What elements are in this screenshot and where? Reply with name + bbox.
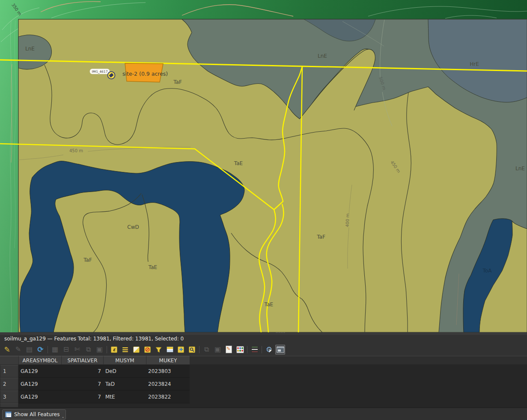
row-filler bbox=[190, 365, 527, 378]
row-number[interactable]: 3 bbox=[0, 390, 18, 403]
toolbar-dock-attribute-table-icon[interactable] bbox=[275, 345, 285, 355]
map-unit-label: ToA bbox=[482, 268, 492, 274]
toolbar-zoom-to-selection-icon[interactable] bbox=[187, 345, 197, 355]
cell-mukey[interactable]: 2023803 bbox=[146, 365, 190, 378]
site-label: site-2 (0.9 acres) bbox=[122, 71, 168, 77]
row-number[interactable]: 2 bbox=[0, 378, 18, 390]
attribute-table-panel: soilmu_a_ga129 — Features Total: 13981, … bbox=[0, 335, 527, 420]
row-number[interactable] bbox=[0, 403, 18, 407]
toolbar-invert-selection-icon[interactable] bbox=[131, 345, 141, 355]
row-number[interactable]: 1 bbox=[0, 365, 18, 378]
cell-musym[interactable]: MtE bbox=[103, 390, 146, 403]
cell-spatialver[interactable]: 7 bbox=[61, 378, 103, 390]
splitter-handle-icon: ······ bbox=[276, 331, 286, 335]
toolbar-conditional-formatting-icon[interactable] bbox=[235, 345, 245, 355]
column-header-areasymbol[interactable]: AREASYMBOL bbox=[18, 356, 61, 365]
toolbar-select-by-expression-icon[interactable]: ε bbox=[109, 345, 119, 355]
show-all-features-label: Show All Features bbox=[14, 411, 60, 417]
cell-mukey[interactable]: 2023822 bbox=[146, 390, 190, 403]
map-unit-label: CwD bbox=[127, 224, 139, 230]
toolbar-organize-columns-icon[interactable] bbox=[250, 345, 259, 355]
toolbar-field-calculator-icon[interactable]: ✎ bbox=[224, 345, 234, 355]
table-header: AREASYMBOLSPATIALVERMUSYMMUKEY bbox=[0, 356, 527, 365]
toolbar-toggle-editing-icon[interactable]: ✎ bbox=[2, 345, 12, 355]
toolbar-separator bbox=[107, 346, 107, 353]
show-all-features-button[interactable]: Show All Features ⌄ bbox=[2, 409, 66, 420]
table-row-partial bbox=[0, 403, 527, 407]
toolbar-reload-table-icon[interactable]: ⟳ bbox=[36, 345, 45, 355]
cell-areasymbol[interactable]: GA129 bbox=[18, 378, 61, 390]
map-unit-label: TaF bbox=[316, 234, 325, 240]
attribute-table-title-text: soilmu_a_ga129 — Features Total: 13981, … bbox=[4, 336, 184, 342]
table-icon bbox=[5, 411, 12, 417]
toolbar-cut-features-icon[interactable]: ✄ bbox=[72, 345, 82, 355]
toolbar-pan-to-selection-icon[interactable]: ✚ bbox=[176, 345, 186, 355]
toolbar-paste-rows-icon[interactable]: ▣ bbox=[213, 345, 223, 355]
cell-areasymbol[interactable]: GA129 bbox=[18, 365, 61, 378]
toolbar-separator bbox=[48, 346, 48, 353]
row-filler bbox=[190, 378, 527, 390]
cell-musym[interactable]: TaD bbox=[103, 378, 146, 390]
map-contour-label: 450 m bbox=[69, 148, 83, 153]
toolbar-separator bbox=[247, 346, 247, 353]
toolbar-copy-rows-icon[interactable]: ⧉ bbox=[202, 345, 211, 355]
toolbar-separator bbox=[262, 346, 262, 353]
cell-spatialver[interactable]: 7 bbox=[61, 365, 103, 378]
qgis-window: site-2 (0.9 acres) IMG_4617 LnETaFLnEHrE… bbox=[0, 0, 527, 420]
toolbar-move-selection-top-icon[interactable] bbox=[165, 345, 175, 355]
attribute-table-toolbar: ✎✎▤⟳▦⊟✄⧉▣ε≡⊘✚⧉▣✎⚙ bbox=[0, 343, 527, 356]
map-unit-label: HrE bbox=[470, 61, 479, 67]
header-row-number bbox=[0, 356, 18, 365]
row-filler bbox=[18, 403, 527, 407]
row-filler bbox=[190, 390, 527, 403]
cell-spatialver[interactable]: 7 bbox=[61, 390, 103, 403]
toolbar-filter-form-icon[interactable] bbox=[154, 345, 164, 355]
map-unit-label: TaE bbox=[234, 160, 243, 166]
column-header-mukey[interactable]: MUKEY bbox=[146, 356, 190, 365]
table-row: 3GA1297MtE2023822 bbox=[0, 390, 527, 403]
map-unit-label: LnE bbox=[515, 166, 525, 172]
cell-musym[interactable]: DeD bbox=[103, 365, 146, 378]
table-row: 1GA1297DeD2023803 bbox=[0, 365, 527, 378]
toolbar-paste-features-icon[interactable]: ▣ bbox=[95, 345, 104, 355]
table-row: 2GA1297TaD2023824 bbox=[0, 378, 527, 390]
attribute-table-title: soilmu_a_ga129 — Features Total: 13981, … bbox=[0, 335, 527, 343]
toolbar-select-all-icon[interactable]: ≡ bbox=[120, 345, 130, 355]
toolbar-deselect-all-icon[interactable]: ⊘ bbox=[143, 345, 152, 355]
toolbar-copy-features-icon[interactable]: ⧉ bbox=[83, 345, 93, 355]
cell-areasymbol[interactable]: GA129 bbox=[18, 390, 61, 403]
column-header-spatialver[interactable]: SPATIALVER bbox=[61, 356, 103, 365]
photo-marker-label: IMG_4617 bbox=[92, 70, 108, 74]
map-unit-label: TaE bbox=[148, 264, 157, 270]
map-canvas[interactable]: site-2 (0.9 acres) IMG_4617 LnETaFLnEHrE… bbox=[0, 0, 527, 332]
map-unit-label: TaF bbox=[173, 79, 182, 85]
toolbar-toggle-multiedit-icon[interactable]: ✎ bbox=[13, 345, 23, 355]
toolbar-table-settings-icon[interactable]: ⚙ bbox=[264, 345, 274, 355]
table-body: 1GA1297DeD20238032GA1297TaD20238243GA129… bbox=[0, 365, 527, 408]
map-svg: site-2 (0.9 acres) IMG_4617 LnETaFLnEHrE… bbox=[0, 0, 527, 332]
dropdown-caret-icon: ⌄ bbox=[62, 415, 65, 419]
toolbar-save-edits-icon[interactable]: ▤ bbox=[24, 345, 34, 355]
toolbar-separator bbox=[199, 346, 199, 353]
map-unit-label: TaF bbox=[83, 257, 92, 263]
toolbar-delete-selected-icon[interactable]: ⊟ bbox=[61, 345, 71, 355]
header-filler bbox=[190, 356, 527, 365]
column-header-musym[interactable]: MUSYM bbox=[103, 356, 146, 365]
panel-bottom-bar: Show All Features ⌄ bbox=[0, 408, 527, 420]
map-contour-label: 400 m bbox=[345, 213, 350, 227]
map-unit-label: LnE bbox=[25, 46, 35, 52]
toolbar-add-feature-icon[interactable]: ▦ bbox=[50, 345, 60, 355]
map-unit-label: TaE bbox=[264, 302, 273, 308]
cell-mukey[interactable]: 2023824 bbox=[146, 378, 190, 390]
map-unit-label: LnE bbox=[318, 53, 327, 59]
